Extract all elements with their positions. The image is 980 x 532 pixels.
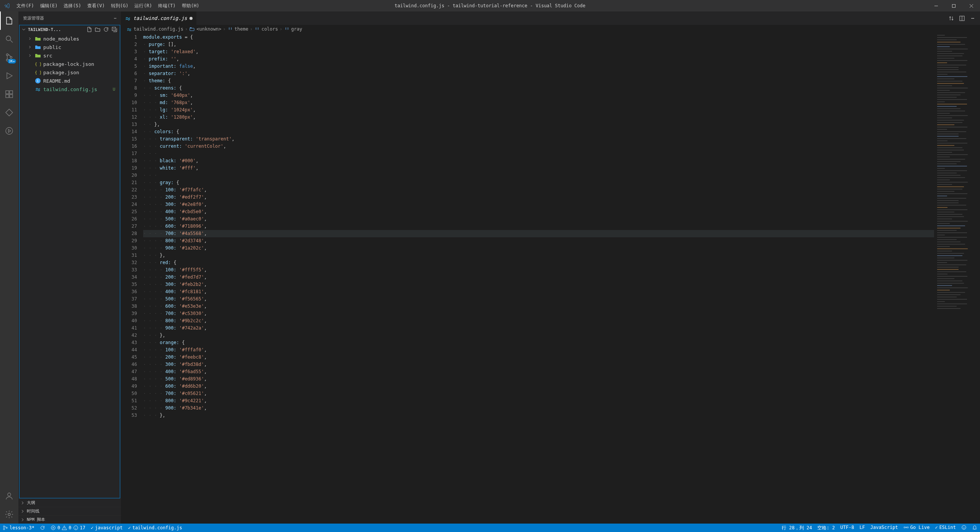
- new-file-icon[interactable]: [85, 26, 93, 33]
- breadcrumb-item[interactable]: tailwind.config.js: [134, 26, 183, 32]
- section-timeline-label: 时间线: [27, 508, 39, 514]
- menu-item[interactable]: 查看(V): [84, 0, 108, 11]
- svg-rect-8: [10, 95, 13, 98]
- sb-check-tw[interactable]: ✓ tailwind.config.js: [125, 524, 185, 532]
- file-row[interactable]: tailwind.config.jsU: [20, 85, 120, 93]
- folder-row[interactable]: public: [20, 43, 120, 51]
- new-folder-icon[interactable]: [94, 26, 101, 33]
- sb-feedback[interactable]: [959, 525, 969, 530]
- tab-tailwind-config[interactable]: tailwind.config.js: [121, 11, 197, 25]
- svg-point-25: [906, 527, 907, 528]
- activity-live-server[interactable]: [0, 122, 18, 140]
- activity-debug[interactable]: [0, 67, 18, 85]
- sb-problems[interactable]: 0 0 17: [48, 524, 88, 532]
- activity-git-graph[interactable]: [0, 103, 18, 122]
- sb-branch[interactable]: lesson-3*: [0, 524, 37, 532]
- file-tree: node_modulespublicsrc{ }package-lock.jso…: [20, 34, 120, 498]
- breadcrumb-item[interactable]: <unknown>: [196, 26, 221, 32]
- menu-item[interactable]: 帮助(H): [179, 0, 203, 11]
- svg-rect-6: [10, 91, 13, 94]
- sb-lncol-label: 行 28，列 24: [782, 525, 812, 531]
- editor-tabs: tailwind.config.js ⋯: [121, 11, 980, 25]
- close-button[interactable]: [962, 0, 980, 11]
- section-timeline[interactable]: 时间线: [18, 507, 121, 515]
- sb-check-js[interactable]: ✓ javascript: [88, 524, 125, 532]
- file-row[interactable]: iREADME.md: [20, 77, 120, 85]
- scm-badge: 3K+: [8, 59, 16, 64]
- menu-item[interactable]: 转到(G): [108, 0, 132, 11]
- editor-area: tailwind.config.js ⋯ tailwind.config.js›…: [121, 11, 980, 524]
- menu-item[interactable]: 选择(S): [60, 0, 84, 11]
- svg-text:{ }: { }: [35, 62, 41, 66]
- collapse-all-icon[interactable]: [111, 26, 118, 33]
- file-label: README.md: [43, 78, 70, 84]
- breadcrumb-icon: [189, 26, 195, 32]
- activity-bar: 3K+: [0, 11, 18, 524]
- sb-sync[interactable]: [37, 524, 48, 532]
- breadcrumb-item[interactable]: colors: [261, 26, 278, 32]
- file-icon: { }: [35, 69, 41, 75]
- menu-item[interactable]: 编辑(E): [37, 0, 61, 11]
- more-actions-icon[interactable]: ⋯: [969, 14, 977, 23]
- explorer-folder-header[interactable]: TAILWIND-T...: [20, 25, 120, 34]
- menu-item[interactable]: 终端(T): [155, 0, 179, 11]
- breadcrumb-item[interactable]: gray: [291, 26, 302, 32]
- svg-point-22: [6, 527, 8, 529]
- tailwind-icon: [125, 15, 131, 21]
- sb-encoding-label: UTF-8: [840, 525, 854, 530]
- file-row[interactable]: { }package-lock.json: [20, 60, 120, 68]
- sb-encoding[interactable]: UTF-8: [838, 525, 857, 530]
- sb-eslint[interactable]: ✓ ESLint: [932, 525, 959, 530]
- activity-explorer[interactable]: [0, 11, 18, 30]
- sb-lang[interactable]: JavaScript: [868, 525, 901, 530]
- minimap[interactable]: [934, 33, 980, 524]
- svg-text:{ }: { }: [35, 70, 41, 75]
- svg-text:i: i: [37, 79, 39, 83]
- activity-extensions[interactable]: [0, 85, 18, 103]
- menu-item[interactable]: 运行(R): [131, 0, 155, 11]
- section-npm[interactable]: NPM 脚本: [18, 515, 121, 524]
- sb-lncol[interactable]: 行 28，列 24: [779, 525, 815, 531]
- sb-eol[interactable]: LF: [857, 525, 867, 530]
- file-label: package-lock.json: [43, 61, 94, 67]
- svg-rect-18: [190, 28, 194, 31]
- breadcrumb-icon: [126, 26, 132, 32]
- maximize-button[interactable]: [945, 0, 962, 11]
- sidebar-more-icon[interactable]: ⋯: [114, 16, 116, 21]
- svg-point-1: [6, 36, 11, 41]
- menu-item[interactable]: 文件(F): [13, 0, 37, 11]
- split-editor-icon[interactable]: [958, 14, 966, 23]
- refresh-icon[interactable]: [102, 26, 110, 33]
- breadcrumb-icon: [254, 26, 260, 32]
- file-label: node_modules: [43, 36, 79, 42]
- minimize-button[interactable]: [927, 0, 945, 11]
- modified-dot-icon: [189, 17, 193, 20]
- activity-scm[interactable]: 3K+: [0, 48, 18, 67]
- svg-point-2: [7, 54, 8, 56]
- compare-changes-icon[interactable]: [947, 14, 956, 23]
- svg-rect-5: [6, 91, 9, 94]
- file-row[interactable]: { }package.json: [20, 68, 120, 77]
- svg-point-10: [8, 493, 11, 496]
- code-editor[interactable]: module.exports = {· purge: [],· target: …: [143, 33, 934, 524]
- file-label: src: [43, 53, 52, 59]
- line-gutter: 1234567891011121314151617181920212223242…: [121, 33, 143, 524]
- breadcrumb-item[interactable]: theme: [235, 26, 248, 32]
- sb-golive-label: Go Live: [910, 525, 930, 530]
- file-label: tailwind.config.js: [43, 86, 97, 92]
- breadcrumbs[interactable]: tailwind.config.js›<unknown>›theme›color…: [121, 25, 980, 33]
- folder-row[interactable]: node_modules: [20, 34, 120, 43]
- activity-search[interactable]: [0, 30, 18, 48]
- folder-row[interactable]: src: [20, 51, 120, 60]
- svg-point-21: [3, 529, 5, 530]
- section-outline[interactable]: 大纲: [18, 498, 121, 507]
- sb-spaces[interactable]: 空格: 2: [815, 525, 838, 531]
- sb-branch-label: lesson-3*: [10, 525, 34, 530]
- window-controls: [927, 0, 980, 11]
- sb-golive[interactable]: Go Live: [901, 525, 933, 530]
- sb-bell[interactable]: [969, 525, 980, 530]
- activity-settings[interactable]: [0, 505, 18, 524]
- folder-icon: [35, 44, 41, 50]
- svg-rect-0: [952, 4, 955, 7]
- activity-account[interactable]: [0, 487, 18, 505]
